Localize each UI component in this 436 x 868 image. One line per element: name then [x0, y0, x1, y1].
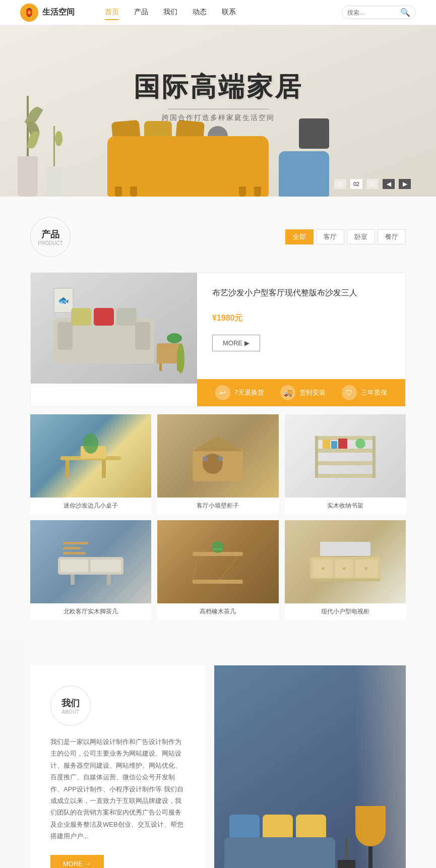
product-label-4: 北欧客厅实木脚茶几 [30, 603, 151, 620]
svg-rect-24 [91, 560, 121, 572]
product-card-2[interactable]: 客厅小墙壁柜子 [157, 414, 278, 514]
svg-rect-27 [107, 575, 111, 585]
svg-rect-36 [213, 548, 223, 550]
svg-rect-13 [315, 449, 376, 453]
nav-item-contact[interactable]: 联系 [222, 5, 236, 20]
nav-item-about[interactable]: 我们 [163, 5, 177, 20]
svg-rect-30 [63, 552, 86, 554]
about-badge: 我们 ABOUT [50, 686, 91, 726]
feature-return: ↩ 7天退换货 [215, 385, 264, 400]
return-icon: ↩ [215, 385, 230, 400]
product-card-3[interactable]: 实木收纳书架 [285, 414, 406, 514]
return-label: 7天退换货 [234, 388, 264, 397]
nav-item-product[interactable]: 产品 [134, 5, 148, 20]
featured-product-image: 🐟 [31, 273, 197, 384]
tab-bedroom[interactable]: 卧室 [347, 229, 375, 244]
tab-all[interactable]: 全部 [285, 229, 314, 244]
shelf-svg [305, 426, 386, 486]
svg-rect-23 [60, 560, 88, 572]
cat-house-svg [177, 426, 258, 486]
product-features-bar: ↩ 7天退换货 🚚 货到安装 🛡 三年质保 [197, 379, 405, 406]
svg-rect-26 [71, 575, 75, 585]
about-title-cn: 我们 [61, 697, 80, 709]
coffee-table-svg [50, 426, 131, 486]
product-section: 产品 PRODUCT 全部 客厅 卧室 餐厅 🐟 [0, 197, 436, 640]
product-title-en: PRODUCT [38, 240, 63, 246]
slide-2[interactable]: 02 [350, 179, 362, 189]
tab-living[interactable]: 客厅 [316, 229, 344, 244]
featured-info-block: 布艺沙发小户型客厅现代整版布沙发三人 ¥1980元 MORE ▶ [197, 273, 405, 379]
header: 🏮 生活空间 首页 产品 我们 动态 联系 🔍 [0, 0, 436, 25]
prev-slide[interactable]: ◀ [383, 179, 395, 189]
logo[interactable]: 🏮 生活空间 [20, 4, 75, 22]
hero-subtitle: 跨国合作打造多样家庭生活空间 [134, 113, 303, 122]
product-card-6[interactable]: 现代小户型电视柜 [285, 520, 406, 620]
svg-rect-19 [331, 441, 337, 449]
svg-rect-45 [320, 542, 370, 556]
hero-banner: 国际高端家居 跨国合作打造多样家庭生活空间 [0, 25, 436, 197]
product-section-header: 产品 PRODUCT 全部 客厅 卧室 餐厅 [30, 217, 406, 257]
about-side-table [338, 837, 355, 868]
delivery-icon: 🚚 [280, 385, 295, 400]
sofa-main [107, 136, 269, 197]
featured-image-inner: 🐟 [31, 273, 197, 384]
search-icon[interactable]: 🔍 [400, 8, 410, 17]
svg-rect-41 [322, 567, 325, 570]
price-value: ¥1980元 [212, 314, 243, 322]
nav-item-news[interactable]: 动态 [193, 5, 207, 20]
svg-rect-29 [63, 547, 81, 549]
about-more-btn[interactable]: MORE → [50, 855, 104, 868]
featured-more-btn[interactable]: MORE ▶ [212, 335, 260, 351]
svg-marker-6 [193, 436, 243, 451]
svg-rect-28 [63, 542, 88, 544]
right-furniture [279, 118, 329, 197]
product-tabs: 全部 客厅 卧室 餐厅 [285, 229, 406, 244]
about-left: 我们 ABOUT 我们是一家以网站设计制作和广告设计制作为主的公司，公司主要业务… [30, 665, 204, 868]
product-card-5[interactable]: 高档橡木茶几 [157, 520, 278, 620]
svg-rect-16 [315, 436, 318, 478]
feature-delivery: 🚚 货到安装 [280, 385, 326, 400]
product-label-3: 实木收纳书架 [285, 498, 406, 514]
slide-1[interactable]: 01 [334, 179, 346, 189]
about-left-deco [0, 640, 25, 868]
svg-point-9 [218, 456, 223, 461]
featured-product: 🐟 [30, 272, 406, 407]
featured-title: 布艺沙发小户型客厅现代整版布沙发三人 [212, 288, 390, 298]
slide-3[interactable]: 03 [366, 179, 379, 189]
hero-title: 国际高端家居 [134, 70, 303, 105]
about-sofa [224, 815, 335, 868]
product-image-3 [285, 414, 406, 498]
lamp-shade [355, 806, 386, 846]
nav-item-home[interactable]: 首页 [105, 5, 119, 20]
product-card-4[interactable]: 北欧客厅实木脚茶几 [30, 520, 151, 620]
logo-icon: 🏮 [20, 4, 38, 22]
warranty-icon: 🛡 [342, 385, 357, 400]
featured-price: ¥1980元 [212, 306, 390, 325]
product-label-6: 现代小户型电视柜 [285, 603, 406, 620]
next-slide[interactable]: ▶ [399, 179, 411, 189]
svg-rect-42 [343, 567, 346, 570]
search-input[interactable] [347, 9, 398, 16]
tab-dining[interactable]: 餐厅 [378, 229, 406, 244]
feature-warranty: 🛡 三年质保 [342, 385, 387, 400]
sofa-body [224, 837, 335, 868]
product-label-2: 客厅小墙壁柜子 [157, 498, 278, 514]
triangle-table-svg [177, 532, 258, 592]
product-card-1[interactable]: 迷你沙发边几小桌子 [30, 414, 151, 514]
svg-rect-18 [323, 440, 330, 449]
product-image-2 [157, 414, 278, 498]
svg-rect-1 [66, 460, 70, 478]
product-title-cn: 产品 [41, 228, 59, 240]
delivery-label: 货到安装 [299, 388, 326, 397]
tv-stand-svg [50, 532, 131, 592]
about-section: 我们 ABOUT 我们是一家以网站设计制作和广告设计制作为主的公司，公司主要业务… [0, 640, 436, 868]
hero-slider: 01 02 03 ◀ ▶ [334, 179, 411, 189]
warranty-label: 三年质保 [361, 388, 387, 397]
logo-text: 生活空间 [42, 7, 75, 18]
product-badge: 产品 PRODUCT [30, 217, 71, 257]
svg-rect-2 [102, 460, 106, 478]
product-grid: 迷你沙发边几小桌子 客厅小墙壁柜子 [30, 414, 406, 620]
svg-point-4 [83, 433, 98, 454]
sofa-back-cushions [229, 815, 335, 840]
search-box: 🔍 [342, 6, 416, 19]
